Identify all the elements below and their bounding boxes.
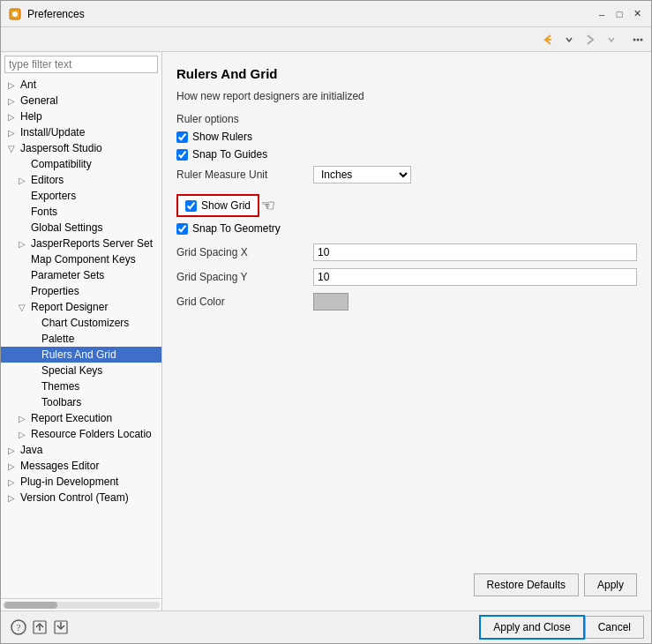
sidebar-item-general[interactable]: ▷ General (1, 93, 161, 109)
svg-point-4 (637, 38, 640, 41)
show-rulers-row: Show Rulers (176, 131, 637, 143)
show-grid-highlight: Show Grid (176, 194, 259, 217)
dropdown2-button[interactable] (602, 30, 621, 49)
sidebar-item-jasperreports-server[interactable]: ▷ JasperReports Server Set (1, 236, 161, 251)
sidebar-item-special-keys[interactable]: Special Keys (1, 363, 161, 378)
expand-icon: ▷ (8, 96, 19, 106)
snap-to-geometry-row: Snap To Geometry (176, 222, 637, 235)
sidebar-tree: ▷ Ant ▷ General ▷ Help ▷ Install/Update (1, 77, 161, 598)
svg-point-5 (641, 38, 643, 41)
import-button[interactable] (29, 617, 50, 638)
main-content: ▷ Ant ▷ General ▷ Help ▷ Install/Update (1, 52, 651, 610)
cancel-button[interactable]: Cancel (585, 616, 644, 639)
sidebar-item-palette[interactable]: Palette (1, 331, 161, 347)
snap-to-guides-row: Snap To Guides (176, 148, 637, 161)
minimize-button[interactable]: – (595, 7, 609, 21)
sidebar-item-exporters[interactable]: Exporters (1, 188, 161, 204)
preferences-window: Preferences – □ ✕ (0, 0, 652, 644)
sidebar-item-global-settings[interactable]: Global Settings (1, 220, 161, 236)
expand-icon: ▷ (19, 239, 29, 249)
sidebar-item-compatibility[interactable]: Compatibility (1, 156, 161, 172)
scrollbar-thumb[interactable] (4, 602, 57, 609)
expand-icon: ▷ (8, 446, 19, 455)
show-grid-checkbox[interactable] (185, 200, 197, 212)
grid-spacing-x-input[interactable] (313, 243, 637, 261)
snap-to-guides-checkbox[interactable] (176, 149, 188, 161)
dropdown-button[interactable] (559, 30, 579, 49)
sidebar-item-resource-folders[interactable]: ▷ Resource Folders Locatio (1, 426, 161, 442)
window-controls: – □ ✕ (595, 7, 644, 21)
svg-text:?: ? (17, 622, 21, 633)
sidebar-item-install-update[interactable]: ▷ Install/Update (1, 124, 161, 140)
ruler-measure-unit-select[interactable]: Inches Centimeters Pixels (313, 166, 411, 183)
sidebar-item-jaspersoft-studio[interactable]: ▽ Jaspersoft Studio (1, 140, 161, 156)
expand-icon: ▷ (8, 477, 19, 487)
expand-icon: ▷ (19, 176, 29, 185)
svg-rect-2 (544, 39, 551, 41)
sidebar-item-fonts[interactable]: Fonts (1, 204, 161, 220)
sidebar-item-java[interactable]: ▷ Java (1, 442, 161, 458)
sidebar-item-chart-customizers[interactable]: Chart Customizers (1, 315, 161, 331)
grid-color-row: Grid Color (176, 293, 637, 311)
panel-title: Rulers And Grid (176, 66, 637, 81)
sidebar-item-ant[interactable]: ▷ Ant (1, 77, 161, 93)
expand-icon: ▷ (8, 80, 19, 90)
expand-icon: ▽ (8, 144, 19, 154)
grid-color-label: Grid Color (176, 296, 313, 308)
snap-to-geometry-checkbox[interactable] (176, 223, 188, 235)
sidebar-item-version-control[interactable]: ▷ Version Control (Team) (1, 490, 161, 505)
show-rulers-checkbox[interactable] (176, 131, 188, 143)
title-bar: Preferences – □ ✕ (1, 1, 651, 27)
expand-icon: ▷ (8, 493, 19, 503)
ruler-section-label: Ruler options (176, 113, 637, 125)
nav-toolbar (1, 27, 651, 52)
expand-icon: ▷ (19, 414, 29, 423)
sidebar-item-toolbars[interactable]: Toolbars (1, 394, 161, 410)
expand-icon: ▽ (19, 303, 29, 312)
snap-to-geometry-label: Snap To Geometry (192, 222, 281, 235)
expand-icon: ▷ (8, 112, 19, 122)
ruler-measure-unit-label: Ruler Measure Unit (176, 168, 313, 181)
panel-description: How new report designers are initialized (176, 90, 637, 102)
back-button[interactable] (538, 30, 558, 49)
sidebar-item-rulers-and-grid[interactable]: Rulers And Grid (1, 347, 161, 363)
grid-spacing-x-label: Grid Spacing X (176, 246, 313, 258)
right-panel: Rulers And Grid How new report designers… (162, 52, 651, 610)
sidebar-item-parameter-sets[interactable]: Parameter Sets (1, 267, 161, 283)
maximize-button[interactable]: □ (612, 7, 626, 21)
grid-color-swatch[interactable] (313, 293, 348, 311)
apply-button[interactable]: Apply (584, 573, 637, 596)
sidebar: ▷ Ant ▷ General ▷ Help ▷ Install/Update (1, 52, 162, 610)
show-grid-label: Show Grid (201, 199, 251, 212)
sidebar-item-themes[interactable]: Themes (1, 378, 161, 394)
forward-button[interactable] (581, 30, 600, 49)
sidebar-item-map-component-keys[interactable]: Map Component Keys (1, 251, 161, 267)
grid-spacing-y-row: Grid Spacing Y (176, 268, 637, 286)
close-button[interactable]: ✕ (630, 7, 644, 21)
cursor-hand-icon: ☞ (261, 196, 275, 215)
export-button[interactable] (50, 617, 71, 638)
svg-point-1 (12, 11, 18, 17)
sidebar-item-properties[interactable]: Properties (1, 283, 161, 299)
sidebar-scrollbar[interactable] (1, 598, 161, 610)
snap-to-guides-label: Snap To Guides (192, 148, 267, 161)
sidebar-item-report-execution[interactable]: ▷ Report Execution (1, 410, 161, 426)
grid-spacing-x-row: Grid Spacing X (176, 243, 637, 261)
show-grid-container: Show Grid ☞ (176, 194, 637, 217)
expand-icon: ▷ (8, 128, 19, 138)
grid-spacing-y-input[interactable] (313, 268, 637, 286)
help-button[interactable]: ? (8, 617, 29, 638)
sidebar-item-help[interactable]: ▷ Help (1, 109, 161, 124)
sidebar-item-editors[interactable]: ▷ Editors (1, 172, 161, 188)
window-icon (8, 7, 22, 21)
sidebar-item-plugin-dev[interactable]: ▷ Plug-in Development (1, 474, 161, 490)
expand-icon: ▷ (8, 461, 19, 471)
sidebar-item-messages-editor[interactable]: ▷ Messages Editor (1, 458, 161, 474)
filter-input[interactable] (4, 56, 158, 73)
bottom-bar: ? Apply and Close Cancel (1, 610, 651, 643)
panel-buttons: Restore Defaults Apply (176, 566, 637, 596)
menu-button[interactable] (628, 30, 648, 49)
restore-defaults-button[interactable]: Restore Defaults (474, 573, 579, 596)
sidebar-item-report-designer[interactable]: ▽ Report Designer (1, 299, 161, 315)
apply-and-close-button[interactable]: Apply and Close (479, 615, 584, 640)
